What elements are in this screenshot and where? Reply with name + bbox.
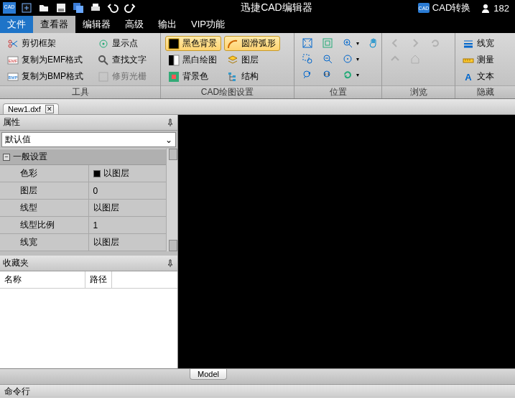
smooth-arc-toggle[interactable]: 圆滑弧形 — [224, 36, 280, 51]
left-panel: 属性 默认值 ⌄ − 一般设置 色彩以图层 图层0 线型以图层 线型比例1 线宽… — [0, 115, 178, 368]
svg-rect-27 — [169, 39, 179, 49]
svg-point-51 — [347, 58, 348, 60]
favorites-columns: 名称 路径 — [0, 271, 177, 289]
command-line-input[interactable] — [0, 397, 515, 420]
svg-text:1:1: 1:1 — [324, 72, 330, 76]
close-tab-icon[interactable]: ✕ — [45, 105, 54, 113]
model-tab[interactable]: Model — [190, 369, 227, 380]
cad-convert-button[interactable]: CAD CAD转换 — [415, 0, 473, 16]
copy-emf-button[interactable]: EMF复制为EMF格式 — [4, 52, 86, 67]
scissors-icon — [7, 38, 19, 50]
property-group-row[interactable]: − 一般设置 — [0, 149, 177, 165]
ribbon-group-label: 隐藏 — [455, 85, 515, 98]
svg-point-37 — [307, 59, 312, 63]
print-icon[interactable] — [88, 1, 103, 14]
scrollbar[interactable] — [166, 149, 177, 251]
svg-rect-28 — [169, 55, 174, 65]
zoom-window-button[interactable] — [299, 52, 316, 66]
svg-line-25 — [104, 61, 108, 65]
redo-icon[interactable] — [122, 1, 138, 14]
svg-rect-39 — [323, 39, 332, 47]
open-icon[interactable] — [36, 1, 52, 14]
zoom-in-button[interactable]: ▾ — [339, 36, 362, 50]
document-tab[interactable]: New1.dxf ✕ — [3, 103, 59, 114]
svg-text:EMF: EMF — [9, 59, 18, 63]
zoom-out-button[interactable] — [319, 52, 336, 66]
svg-rect-9 — [91, 6, 100, 11]
tab-vip[interactable]: VIP功能 — [184, 16, 232, 33]
text-button[interactable]: A文本 — [460, 69, 497, 84]
app-icon[interactable]: CAD — [1, 1, 17, 14]
layers-icon — [227, 55, 238, 66]
rotate-button[interactable]: ▾ — [339, 67, 362, 82]
save-icon[interactable] — [53, 1, 69, 14]
favorites-body — [0, 289, 177, 368]
zoom-scale-button[interactable]: 1:1 — [319, 67, 336, 82]
bw-draw-button[interactable]: 黑白绘图 — [165, 52, 221, 67]
structure-button[interactable]: 结构 — [224, 69, 280, 84]
zoom-center-button[interactable]: ▾ — [339, 52, 362, 66]
arrow-right-icon — [409, 37, 421, 49]
trim-raster-button: 修剪光栅 — [95, 69, 149, 84]
find-text-button[interactable]: 查找文字 — [95, 52, 149, 67]
refresh-icon — [430, 37, 441, 49]
svg-text:CAD: CAD — [4, 4, 15, 9]
color-swatch-icon — [93, 170, 101, 177]
favorites-title: 收藏夹 — [3, 257, 29, 269]
zoom-all-button[interactable] — [319, 36, 336, 50]
new-icon[interactable] — [19, 1, 34, 14]
copy-bmp-button[interactable]: BMP复制为BMP格式 — [4, 69, 86, 84]
zoom-previous-button[interactable] — [299, 67, 316, 82]
zoom-extents-button[interactable] — [299, 36, 316, 50]
favorites-panel: 收藏夹 名称 路径 — [0, 256, 177, 368]
bg-color-button[interactable]: 背景色 — [165, 69, 221, 84]
black-bg-toggle[interactable]: 黑色背景 — [165, 36, 221, 51]
layers-button[interactable]: 图层 — [224, 52, 280, 67]
pan-button[interactable] — [365, 36, 382, 50]
tab-advanced[interactable]: 高级 — [118, 16, 151, 33]
lineweight-button[interactable]: 线宽 — [460, 36, 497, 51]
properties-grid: − 一般设置 色彩以图层 图层0 线型以图层 线型比例1 线宽以图层 — [0, 149, 177, 251]
measure-button[interactable]: 测量 — [460, 52, 497, 67]
tab-editor[interactable]: 编辑器 — [75, 16, 118, 33]
nav-up-button — [386, 52, 404, 66]
nav-refresh-button — [427, 36, 444, 50]
svg-point-38 — [304, 71, 310, 77]
command-line-label: 命令行 — [0, 384, 515, 397]
favorites-header: 收藏夹 — [0, 256, 177, 271]
show-points-button[interactable]: 显示点 — [95, 36, 149, 51]
prop-row-lweight[interactable]: 线宽以图层 — [0, 234, 177, 251]
emf-icon: EMF — [7, 55, 19, 66]
zoom-out-icon — [322, 53, 333, 65]
clip-frame-button[interactable]: 剪切框架 — [4, 36, 86, 51]
undo-icon[interactable] — [105, 1, 121, 14]
default-value-dropdown[interactable]: 默认值 ⌄ — [1, 132, 176, 147]
ruler-icon — [463, 55, 474, 66]
save-all-icon[interactable] — [70, 1, 86, 14]
user-button[interactable]: 182 — [478, 1, 512, 15]
prop-row-linetype[interactable]: 线型以图层 — [0, 200, 177, 217]
col-name[interactable]: 名称 — [0, 271, 85, 288]
text-icon: A — [463, 71, 474, 83]
pin-icon[interactable] — [166, 118, 175, 127]
tab-file[interactable]: 文件 — [0, 16, 33, 33]
svg-rect-34 — [233, 79, 236, 81]
point-icon — [98, 38, 109, 50]
document-tabs: New1.dxf ✕ — [0, 99, 515, 115]
col-path[interactable]: 路径 — [85, 271, 112, 288]
prop-row-ltscale[interactable]: 线型比例1 — [0, 217, 177, 234]
tab-viewer[interactable]: 查看器 — [33, 16, 75, 33]
prop-row-color[interactable]: 色彩以图层 — [0, 165, 177, 182]
svg-point-15 — [9, 45, 11, 47]
nav-forward-button — [407, 36, 424, 50]
zoom-scale-icon: 1:1 — [322, 69, 333, 80]
title-bar: CAD 迅捷CAD编辑器 CAD CAD转换 182 — [0, 0, 515, 16]
pin-icon[interactable] — [166, 259, 175, 268]
prop-row-layer[interactable]: 图层0 — [0, 182, 177, 200]
tab-output[interactable]: 输出 — [151, 16, 184, 33]
drawing-canvas[interactable] — [178, 115, 515, 368]
zoom-all-icon — [322, 37, 333, 49]
ribbon-group-browse: 浏览 — [382, 33, 455, 98]
svg-rect-33 — [233, 75, 236, 78]
svg-text:A: A — [465, 72, 472, 83]
